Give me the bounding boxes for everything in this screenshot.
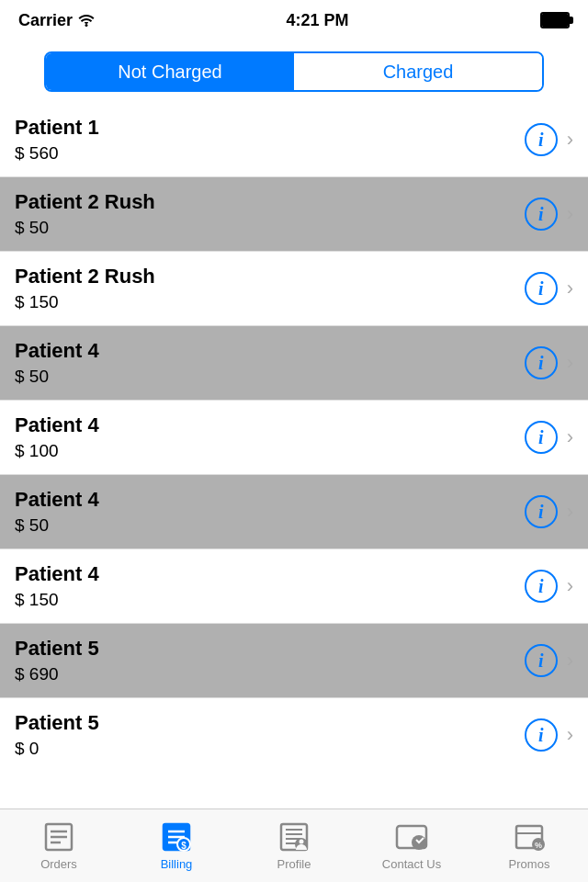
charged-tab[interactable]: Charged (294, 53, 542, 90)
item-content: Patient 5 $ 690 (15, 637, 525, 684)
status-bar: Carrier 4:21 PM (0, 0, 588, 40)
svg-text:%: % (535, 841, 542, 850)
svg-point-0 (85, 24, 88, 27)
item-actions: i › (525, 570, 573, 603)
carrier-label: Carrier (18, 11, 95, 30)
item-price: $ 560 (15, 143, 525, 164)
item-name: Patient 2 Rush (15, 265, 525, 288)
billing-icon: $ (158, 820, 195, 854)
item-price: $ 50 (15, 515, 525, 536)
svg-text:$: $ (181, 841, 187, 851)
contact-us-label: Contact Us (382, 857, 441, 871)
item-content: Patient 2 Rush $ 150 (15, 265, 525, 312)
list-item[interactable]: Patient 4 $ 50 i › (0, 326, 588, 401)
chevron-icon: › (567, 574, 573, 598)
item-name: Patient 1 (15, 116, 525, 140)
item-content: Patient 1 $ 560 (15, 116, 525, 164)
info-button[interactable]: i (525, 644, 558, 677)
profile-icon (276, 820, 312, 854)
item-actions: i › (525, 198, 573, 231)
item-content: Patient 2 Rush $ 50 (15, 190, 525, 238)
item-content: Patient 4 $ 50 (15, 488, 525, 536)
item-name: Patient 2 Rush (15, 190, 525, 214)
chevron-icon: › (567, 351, 573, 375)
item-name: Patient 5 (15, 711, 525, 735)
battery-icon (540, 12, 570, 28)
info-button[interactable]: i (525, 495, 558, 528)
info-button[interactable]: i (525, 272, 558, 305)
item-actions: i › (525, 421, 573, 454)
tab-contact-us[interactable]: Contact Us (353, 809, 470, 882)
wifi-icon (78, 14, 95, 27)
item-price: $ 150 (15, 292, 525, 312)
list-item[interactable]: Patient 2 Rush $ 50 i › (0, 177, 588, 252)
info-button[interactable]: i (525, 123, 558, 156)
chevron-icon: › (567, 723, 573, 747)
item-name: Patient 4 (15, 339, 525, 363)
tab-orders[interactable]: Orders (0, 809, 118, 882)
info-button[interactable]: i (525, 570, 558, 603)
list-item[interactable]: Patient 1 $ 560 i › (0, 103, 588, 177)
item-actions: i › (525, 346, 573, 379)
tab-billing[interactable]: $ Billing (118, 809, 235, 882)
item-name: Patient 4 (15, 488, 525, 512)
item-content: Patient 4 $ 50 (15, 339, 525, 387)
item-actions: i › (525, 495, 573, 528)
tab-promos[interactable]: % Promos (470, 809, 588, 882)
chevron-icon: › (567, 202, 573, 226)
chevron-icon: › (567, 500, 573, 524)
item-content: Patient 5 $ 0 (15, 711, 525, 755)
info-button[interactable]: i (525, 346, 558, 379)
item-price: $ 150 (15, 590, 525, 610)
tab-bar: Orders $ Billing (0, 808, 588, 882)
info-button[interactable]: i (525, 421, 558, 454)
item-name: Patient 4 (15, 413, 525, 437)
list-item[interactable]: Patient 5 $ 0 i › (0, 698, 588, 755)
promos-label: Promos (509, 857, 550, 871)
item-content: Patient 4 $ 100 (15, 413, 525, 461)
chevron-icon: › (567, 277, 573, 300)
item-actions: i › (525, 718, 573, 752)
orders-label: Orders (40, 857, 77, 871)
item-content: Patient 4 $ 150 (15, 562, 525, 610)
item-actions: i › (525, 123, 573, 156)
orders-icon (40, 820, 77, 854)
item-price: $ 690 (15, 664, 525, 684)
item-price: $ 100 (15, 441, 525, 461)
list-item[interactable]: Patient 4 $ 100 i › (0, 401, 588, 475)
svg-point-17 (300, 840, 304, 844)
chevron-icon: › (567, 649, 573, 673)
list-item[interactable]: Patient 5 $ 690 i › (0, 624, 588, 698)
list-item[interactable]: Patient 4 $ 50 i › (0, 475, 588, 549)
item-actions: i › (525, 644, 573, 677)
item-price: $ 50 (15, 218, 525, 238)
list-item[interactable]: Patient 4 $ 150 i › (0, 549, 588, 624)
tab-profile[interactable]: Profile (235, 809, 353, 882)
item-actions: i › (525, 272, 573, 305)
promos-icon: % (511, 820, 548, 854)
profile-label: Profile (277, 857, 311, 871)
chevron-icon: › (567, 425, 573, 449)
item-name: Patient 5 (15, 637, 525, 661)
not-charged-tab[interactable]: Not Charged (46, 53, 294, 90)
segmented-control[interactable]: Not Charged Charged (44, 51, 544, 92)
billing-label: Billing (161, 857, 193, 871)
patient-list: Patient 1 $ 560 i › Patient 2 Rush $ 50 … (0, 103, 588, 755)
item-price: $ 0 (15, 739, 525, 755)
item-name: Patient 4 (15, 562, 525, 586)
list-item[interactable]: Patient 2 Rush $ 150 i › (0, 252, 588, 326)
contact-us-icon (393, 820, 430, 854)
item-price: $ 50 (15, 367, 525, 387)
status-time: 4:21 PM (287, 11, 349, 30)
info-button[interactable]: i (525, 718, 558, 752)
info-button[interactable]: i (525, 198, 558, 231)
chevron-icon: › (567, 128, 573, 152)
